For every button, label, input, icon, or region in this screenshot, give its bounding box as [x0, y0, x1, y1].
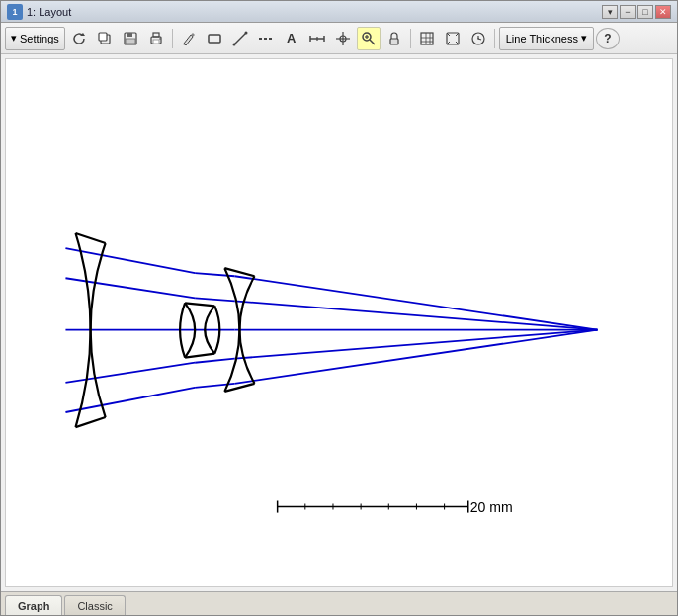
line-button[interactable] — [228, 27, 252, 50]
save-icon — [123, 31, 138, 46]
zoom-button[interactable] — [357, 27, 381, 50]
svg-text:20 mm: 20 mm — [470, 499, 513, 515]
refresh-button[interactable] — [67, 27, 91, 50]
tab-classic-label: Classic — [77, 600, 112, 612]
dash-line-button[interactable] — [254, 27, 278, 50]
help-button[interactable]: ? — [596, 28, 620, 49]
separator-1 — [172, 29, 173, 48]
draw-button[interactable] — [177, 27, 201, 50]
zoom-icon — [361, 31, 377, 46]
rectangle-button[interactable] — [203, 27, 226, 50]
settings-label: Settings — [20, 33, 59, 44]
svg-rect-7 — [153, 33, 159, 37]
title-controls: ▾ − □ ✕ — [602, 5, 671, 19]
line-thickness-label: Line Thickness — [506, 33, 578, 44]
fullscreen-icon — [445, 31, 461, 46]
text-a-icon: A — [287, 31, 296, 45]
crosshair-button[interactable] — [331, 27, 355, 50]
pencil-icon — [181, 31, 197, 46]
close-button[interactable]: ✕ — [655, 5, 671, 19]
ruler-button[interactable] — [305, 27, 329, 50]
menu-button[interactable]: ▾ — [602, 5, 618, 19]
ruler-icon — [309, 31, 325, 46]
svg-point-12 — [232, 43, 235, 45]
svg-rect-5 — [126, 39, 135, 44]
main-window: 1 1: Layout ▾ − □ ✕ ▾ Settings — [0, 0, 678, 616]
separator-3 — [494, 29, 495, 48]
grid-button[interactable] — [415, 27, 439, 50]
line-thickness-arrow: ▾ — [581, 32, 587, 44]
save-button[interactable] — [119, 27, 142, 50]
text-button[interactable]: A — [280, 27, 303, 50]
line-thickness-button[interactable]: Line Thickness ▾ — [499, 27, 594, 50]
minimize-button[interactable]: − — [620, 5, 636, 19]
svg-rect-27 — [421, 33, 433, 44]
copy-icon — [97, 31, 113, 46]
settings-button[interactable]: ▾ Settings — [5, 27, 65, 50]
optical-diagram: 20 mm — [6, 59, 672, 586]
svg-line-11 — [234, 33, 246, 44]
title-bar-left: 1 1: Layout — [7, 4, 71, 20]
svg-point-9 — [159, 38, 161, 40]
window-title: 1: Layout — [27, 6, 71, 18]
line-icon — [232, 31, 248, 46]
tab-graph[interactable]: Graph — [5, 595, 62, 615]
clock-icon — [470, 31, 486, 46]
svg-point-13 — [244, 31, 247, 34]
svg-rect-26 — [390, 39, 398, 44]
svg-rect-2 — [99, 33, 107, 41]
toolbar: ▾ Settings — [1, 23, 677, 54]
refresh-icon — [71, 31, 87, 46]
svg-point-36 — [477, 38, 479, 40]
tab-graph-label: Graph — [18, 600, 49, 612]
tab-bar: Graph Classic — [1, 591, 677, 615]
canvas-area[interactable]: 20 mm — [5, 58, 673, 587]
svg-rect-4 — [127, 33, 132, 37]
tab-classic[interactable]: Classic — [64, 595, 125, 615]
crosshair-icon — [335, 31, 351, 46]
clock-button[interactable] — [466, 27, 490, 50]
copy-button[interactable] — [93, 27, 117, 50]
grid-icon — [419, 31, 435, 46]
lock-icon — [386, 31, 402, 46]
lock-button[interactable] — [382, 27, 406, 50]
print-button[interactable] — [144, 27, 168, 50]
separator-2 — [410, 29, 411, 48]
svg-rect-10 — [209, 35, 220, 43]
fullscreen-button[interactable] — [441, 27, 465, 50]
dash-line-icon — [258, 31, 274, 46]
svg-rect-8 — [153, 40, 159, 44]
chevron-down-icon: ▾ — [11, 32, 17, 44]
rectangle-icon — [207, 31, 222, 46]
svg-line-23 — [370, 40, 375, 44]
window-icon: 1 — [7, 4, 23, 20]
help-icon: ? — [604, 32, 611, 45]
maximize-button[interactable]: □ — [637, 5, 653, 19]
title-bar: 1 1: Layout ▾ − □ ✕ — [1, 1, 677, 23]
print-icon — [148, 31, 164, 46]
